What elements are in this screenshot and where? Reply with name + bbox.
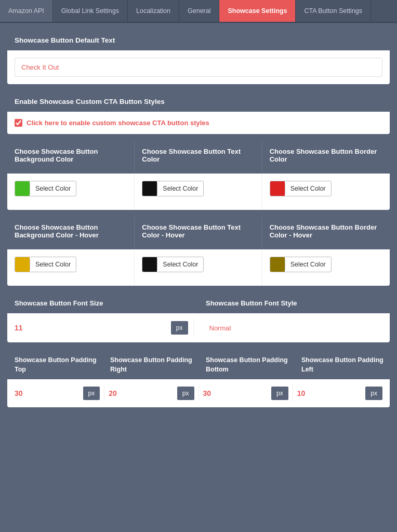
- padding-bottom-value: 30: [203, 389, 272, 397]
- text-color-hover-btn-label: Select Color: [157, 259, 203, 270]
- page-content: Showcase Button Default Text Enable Show…: [0, 23, 397, 415]
- col-border-color-hover-header: Choose Showcase Button Border Color - Ho…: [262, 217, 390, 249]
- col-border-color-header: Choose Showcase Button Border Color: [262, 141, 390, 174]
- padding-left-field: 10 px: [297, 387, 382, 400]
- enable-custom-checkbox[interactable]: [15, 119, 22, 127]
- col-border-color: Choose Showcase Button Border Color Sele…: [262, 141, 390, 210]
- padding-bottom-field: 30 px: [203, 387, 288, 400]
- padding-right-header: Showcase Button Padding Right: [103, 350, 198, 379]
- font-size-header: Showcase Button Font Size: [7, 293, 198, 313]
- enable-custom-label-text: Click here to enable custom showcase CTA…: [27, 119, 209, 127]
- color-grid-row2: Choose Showcase Button Background Color …: [7, 217, 390, 286]
- padding-body: 30 px 20 px 30 px 10 px: [7, 379, 390, 407]
- padding-top-header: Showcase Button Padding Top: [7, 350, 103, 379]
- col-bg-color-hover: Choose Showcase Button Background Color …: [7, 217, 135, 286]
- font-style-value: Normal: [209, 324, 231, 332]
- bg-color-btn-label: Select Color: [30, 183, 76, 194]
- col-bg-color-hover-body: Select Color: [7, 249, 135, 286]
- color-grid-row1: Choose Showcase Button Background Color …: [7, 141, 390, 210]
- col-text-color-hover-body: Select Color: [135, 249, 262, 286]
- font-style-header: Showcase Button Font Style: [198, 293, 390, 313]
- padding-left-value: 10: [297, 389, 366, 397]
- tab-global-link[interactable]: Global Link Settings: [53, 0, 128, 22]
- padding-top-field: 30 px: [15, 387, 100, 400]
- col-text-color: Choose Showcase Button Text Color Select…: [135, 141, 262, 210]
- col-text-color-header: Choose Showcase Button Text Color: [135, 141, 262, 174]
- pad-divider1: [104, 385, 104, 401]
- pad-divider2: [198, 385, 199, 401]
- font-style-area: Normal: [199, 324, 383, 332]
- bg-color-hover-swatch: [15, 257, 30, 272]
- bg-color-hover-btn-label: Select Color: [30, 259, 76, 270]
- tab-bar: Amazon API Global Link Settings Localiza…: [0, 0, 397, 23]
- pad-divider3: [293, 385, 293, 401]
- font-body: 11 px Normal: [7, 313, 390, 342]
- text-color-btn[interactable]: Select Color: [142, 181, 204, 196]
- text-color-swatch: [142, 181, 157, 196]
- col-bg-color-header: Choose Showcase Button Background Color: [7, 141, 135, 174]
- col-bg-color-body: Select Color: [7, 174, 135, 210]
- text-color-hover-btn[interactable]: Select Color: [142, 257, 204, 272]
- border-color-btn-label: Select Color: [285, 183, 331, 194]
- bg-color-hover-btn[interactable]: Select Color: [15, 257, 76, 272]
- padding-top-unit: px: [83, 387, 100, 400]
- tab-cta-button[interactable]: CTA Button Settings: [296, 0, 371, 22]
- tab-general[interactable]: General: [179, 0, 219, 22]
- col-text-color-body: Select Color: [135, 174, 262, 210]
- color-grid-row1-inner: Choose Showcase Button Background Color …: [7, 141, 390, 210]
- border-color-hover-btn-label: Select Color: [285, 259, 331, 270]
- border-color-btn[interactable]: Select Color: [270, 181, 332, 196]
- bg-color-swatch: [15, 181, 30, 196]
- bg-color-btn[interactable]: Select Color: [15, 181, 76, 196]
- enable-custom-checkbox-label[interactable]: Click here to enable custom showcase CTA…: [15, 119, 382, 127]
- col-bg-color: Choose Showcase Button Background Color …: [7, 141, 135, 210]
- padding-left-header: Showcase Button Padding Left: [294, 350, 390, 379]
- border-color-swatch: [270, 181, 285, 196]
- col-bg-color-hover-header: Choose Showcase Button Background Color …: [7, 217, 135, 249]
- font-size-unit: px: [171, 321, 188, 335]
- col-text-color-hover-header: Choose Showcase Button Text Color - Hove…: [135, 217, 262, 249]
- padding-top-value: 30: [15, 389, 83, 397]
- tab-amazon-api[interactable]: Amazon API: [0, 0, 53, 22]
- tab-localization[interactable]: Localization: [128, 0, 179, 22]
- padding-bottom-header: Showcase Button Padding Bottom: [198, 350, 294, 379]
- padding-bottom-unit: px: [271, 387, 288, 400]
- padding-header-row: Showcase Button Padding Top Showcase But…: [7, 350, 390, 379]
- padding-right-value: 20: [109, 389, 177, 397]
- border-color-hover-swatch: [270, 257, 285, 272]
- border-color-hover-btn[interactable]: Select Color: [270, 257, 332, 272]
- section-enable-custom-header: Enable Showcase Custom CTA Button Styles: [7, 91, 390, 112]
- padding-right-unit: px: [177, 387, 194, 400]
- font-size-area: 11 px: [15, 321, 188, 335]
- padding-right-field: 20 px: [109, 387, 194, 400]
- col-border-color-hover-body: Select Color: [262, 249, 390, 286]
- font-header-row: Showcase Button Font Size Showcase Butto…: [7, 293, 390, 313]
- section-font: Showcase Button Font Size Showcase Butto…: [7, 293, 390, 342]
- col-border-color-hover: Choose Showcase Button Border Color - Ho…: [262, 217, 390, 286]
- section-default-text-body: [7, 50, 390, 84]
- section-padding: Showcase Button Padding Top Showcase But…: [7, 350, 390, 407]
- section-enable-custom: Enable Showcase Custom CTA Button Styles…: [7, 91, 390, 134]
- section-default-text: Showcase Button Default Text: [7, 30, 390, 84]
- section-default-text-header: Showcase Button Default Text: [7, 30, 390, 50]
- padding-left-unit: px: [365, 387, 382, 400]
- text-color-btn-label: Select Color: [157, 183, 203, 194]
- font-size-value: 11: [15, 324, 171, 332]
- color-grid-row2-inner: Choose Showcase Button Background Color …: [7, 217, 390, 286]
- section-enable-custom-body: Click here to enable custom showcase CTA…: [7, 112, 390, 134]
- col-text-color-hover: Choose Showcase Button Text Color - Hove…: [135, 217, 262, 286]
- text-color-hover-swatch: [142, 257, 157, 272]
- default-text-input[interactable]: [15, 58, 382, 77]
- tab-showcase-settings[interactable]: Showcase Settings: [219, 0, 296, 22]
- col-border-color-body: Select Color: [262, 174, 390, 210]
- font-divider: [193, 318, 194, 337]
